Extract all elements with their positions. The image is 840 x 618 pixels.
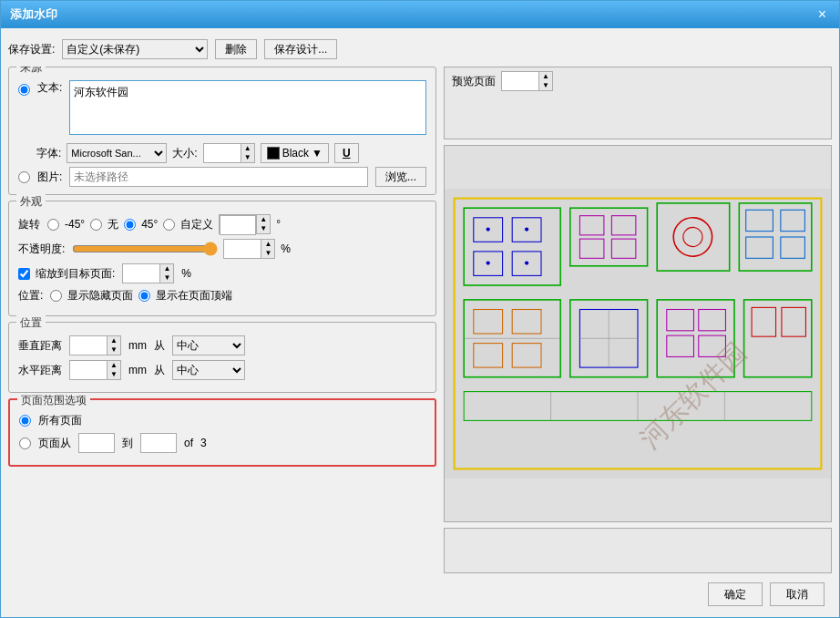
horizontal-down[interactable]: ▼ bbox=[108, 370, 120, 379]
rotation-none-label: 无 bbox=[108, 217, 118, 232]
scale-label: 缩放到目标页面: bbox=[36, 266, 115, 282]
vertical-from: 从 bbox=[154, 338, 165, 354]
rotation-down[interactable]: ▼ bbox=[257, 224, 270, 233]
pages-to-input[interactable]: 3 bbox=[140, 433, 177, 453]
close-button[interactable]: × bbox=[814, 7, 830, 22]
font-select[interactable]: Microsoft San... bbox=[67, 143, 167, 163]
scale-up[interactable]: ▲ bbox=[160, 264, 173, 273]
opacity-label: 不透明度: bbox=[18, 242, 65, 257]
save-design-button[interactable]: 保存设计... bbox=[264, 39, 337, 59]
cad-drawing-svg: 河东软件园 bbox=[445, 146, 831, 521]
pages-from-label: 页面从 bbox=[38, 436, 71, 451]
cancel-button[interactable]: 取消 bbox=[770, 582, 825, 606]
preview-page-input[interactable]: 1 bbox=[502, 72, 538, 90]
page-range-group-title: 页面范围选项 bbox=[17, 393, 90, 408]
rotation-pos45-radio[interactable] bbox=[124, 219, 136, 231]
opacity-unit: % bbox=[281, 242, 291, 255]
horizontal-row: 水平距离 0 ▲ ▼ mm 从 中心 bbox=[18, 360, 426, 380]
delete-button[interactable]: 删除 bbox=[215, 39, 257, 59]
image-path-input[interactable] bbox=[69, 167, 368, 187]
opacity-slider[interactable] bbox=[72, 242, 218, 256]
rotation-none-radio[interactable] bbox=[90, 219, 102, 231]
font-size-up[interactable]: ▲ bbox=[241, 144, 254, 153]
opacity-slider-container: 100 ▲ ▼ % bbox=[72, 239, 426, 259]
text-radio[interactable] bbox=[18, 84, 30, 96]
horizontal-center-select[interactable]: 中心 bbox=[172, 360, 245, 380]
all-pages-radio[interactable] bbox=[19, 415, 31, 427]
source-group: 来源 文本: 河东软件园 字体: Microsoft San... bbox=[8, 67, 436, 195]
image-radio[interactable] bbox=[18, 171, 30, 183]
position-hidden-label: 显示隐藏页面 bbox=[67, 288, 133, 304]
opacity-input[interactable]: 100 bbox=[224, 240, 261, 258]
position-display-row: 位置: 显示隐藏页面 显示在页面顶端 bbox=[18, 288, 426, 304]
scale-checkbox[interactable] bbox=[18, 268, 30, 280]
vertical-center-select[interactable]: 中心 bbox=[172, 335, 245, 355]
browse-button[interactable]: 浏览... bbox=[375, 167, 426, 187]
vertical-up[interactable]: ▲ bbox=[108, 336, 120, 345]
scale-unit: % bbox=[181, 267, 191, 280]
pages-from-input[interactable]: 1 bbox=[78, 433, 115, 453]
add-watermark-dialog: 添加水印 × 保存设置: 自定义(未保存) 删除 保存设计... 来源 bbox=[0, 0, 840, 618]
rotation-up[interactable]: ▲ bbox=[257, 215, 270, 224]
horizontal-label: 水平距离 bbox=[18, 363, 62, 378]
font-size-down[interactable]: ▼ bbox=[241, 153, 254, 162]
preview-page-btns: ▲ ▼ bbox=[538, 72, 552, 90]
font-size-spinbox: ▲ ▼ bbox=[203, 143, 255, 163]
rotation-pos45-label: 45° bbox=[141, 218, 158, 231]
rotation-custom-input[interactable]: 45 bbox=[220, 215, 256, 235]
save-settings-label: 保存设置: bbox=[8, 42, 55, 57]
vertical-row: 垂直距离 0 ▲ ▼ mm 从 中心 bbox=[18, 335, 426, 355]
rotation-neg45-radio[interactable] bbox=[47, 219, 59, 231]
horizontal-btns: ▲ ▼ bbox=[107, 361, 120, 379]
preview-page-up[interactable]: ▲ bbox=[539, 72, 552, 81]
ok-button[interactable]: 确定 bbox=[708, 582, 763, 606]
preview-drawing: 河东软件园 bbox=[445, 146, 831, 521]
rotation-custom-radio[interactable] bbox=[163, 219, 175, 231]
position-radio-group: 显示隐藏页面 显示在页面顶端 bbox=[50, 288, 232, 304]
all-pages-label: 所有页面 bbox=[38, 413, 82, 428]
vertical-unit: mm bbox=[128, 339, 147, 352]
opacity-up[interactable]: ▲ bbox=[261, 240, 274, 249]
rotation-custom-label: 自定义 bbox=[180, 217, 213, 232]
horizontal-up[interactable]: ▲ bbox=[108, 361, 120, 370]
vertical-down[interactable]: ▼ bbox=[108, 345, 120, 355]
color-button[interactable]: Black ▼ bbox=[261, 143, 329, 163]
opacity-spinbox: 100 ▲ ▼ bbox=[223, 239, 275, 259]
scale-input[interactable]: 50 bbox=[123, 264, 159, 283]
left-panel: 来源 文本: 河东软件园 字体: Microsoft San... bbox=[8, 67, 436, 573]
position-top-label: 显示在页面顶端 bbox=[156, 288, 232, 304]
horizontal-input[interactable]: 0 bbox=[70, 361, 107, 379]
position-label: 位置: bbox=[18, 288, 43, 304]
pages-total: 3 bbox=[200, 437, 207, 449]
scale-down[interactable]: ▼ bbox=[160, 273, 173, 283]
preview-top: 预览页面 1 ▲ ▼ bbox=[444, 67, 832, 139]
vertical-input[interactable]: 0 bbox=[70, 336, 107, 355]
pages-from-radio[interactable] bbox=[19, 438, 31, 449]
watermark-text-input[interactable]: 河东软件园 bbox=[69, 80, 426, 135]
save-settings-bar: 保存设置: 自定义(未保存) 删除 保存设计... bbox=[8, 36, 832, 63]
position-top-radio[interactable] bbox=[138, 290, 150, 302]
pages-from-row: 页面从 1 到 3 of 3 bbox=[19, 433, 425, 453]
rotation-label: 旋转 bbox=[18, 217, 40, 232]
position-hidden-radio[interactable] bbox=[50, 290, 62, 302]
appearance-group-title: 外观 bbox=[16, 194, 46, 210]
color-label: Black bbox=[282, 147, 309, 160]
rotation-custom-btns: ▲ ▼ bbox=[256, 215, 270, 233]
color-swatch bbox=[267, 147, 280, 160]
underline-button[interactable]: U bbox=[334, 143, 359, 163]
svg-point-44 bbox=[487, 262, 490, 265]
vertical-btns: ▲ ▼ bbox=[107, 336, 120, 355]
preview-page-row: 预览页面 1 ▲ ▼ bbox=[452, 71, 824, 91]
preview-bottom bbox=[444, 528, 832, 573]
font-row: 字体: Microsoft San... 大小: ▲ ▼ bbox=[18, 143, 426, 163]
opacity-down[interactable]: ▼ bbox=[261, 249, 274, 258]
opacity-btns: ▲ ▼ bbox=[261, 240, 274, 258]
preview-drawing-area: 河东软件园 bbox=[444, 145, 832, 522]
font-size-input[interactable] bbox=[204, 144, 241, 162]
preview-page-down[interactable]: ▼ bbox=[539, 81, 552, 90]
opacity-row: 不透明度: 100 ▲ ▼ % bbox=[18, 239, 426, 259]
rotation-options: -45° 无 45° 自定义 45 ▲ ▼ bbox=[47, 214, 281, 234]
scale-checkbox-row: 缩放到目标页面: bbox=[18, 266, 115, 282]
vertical-label: 垂直距离 bbox=[18, 338, 62, 354]
save-settings-select[interactable]: 自定义(未保存) bbox=[62, 39, 208, 59]
